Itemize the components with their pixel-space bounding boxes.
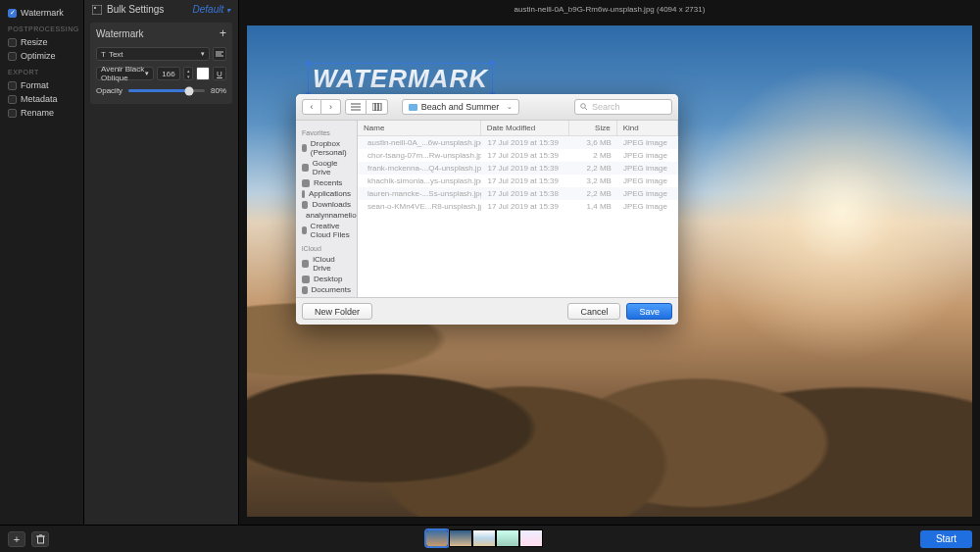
checkbox-icon[interactable] [8,95,17,104]
chevron-down-icon: ▾ [145,70,149,77]
save-dialog: ‹ › [296,94,678,325]
thumbnail-strip [425,529,543,549]
sidebar-item-label: Metadata [21,94,58,104]
thumbnail[interactable] [519,529,543,547]
opacity-slider[interactable] [128,89,205,92]
sidebar-item-applications[interactable]: Applications [302,188,351,199]
watermark-type-select[interactable]: TText ▾ [96,47,210,61]
documents-icon [302,286,308,294]
font-size-stepper[interactable]: ▴▾ [183,67,193,80]
col-size[interactable]: Size [569,121,616,135]
sidebar-item-label: Optimize [21,51,56,61]
chevron-down-icon: ▾ [201,50,205,58]
sidebar-item-documents[interactable]: Documents [302,284,351,295]
sidebar-item-home[interactable]: analynnamelio [302,210,351,221]
svg-point-11 [581,104,586,109]
bulk-settings-icon [92,5,102,15]
alignment-button[interactable] [213,47,226,61]
thumbnail[interactable] [472,529,496,547]
file-list: Name Date Modified Size Kind austin-neil… [358,121,678,297]
search-icon [580,103,588,111]
column-headers[interactable]: Name Date Modified Size Kind [358,121,678,136]
sidebar-item-format[interactable]: Format [8,78,75,92]
view-list-button[interactable] [345,99,367,115]
sidebar-item-resize[interactable]: Resize [8,35,75,49]
location-dropdown[interactable]: Beach and Summer ⌄ [402,99,519,115]
image-title-bar: austin-neill-0A_b9G-Rm6w-unsplash.jpg (4… [239,0,980,18]
settings-column: Bulk Settings Default ▾ Watermark + TTex… [84,0,239,525]
sidebar-item-dropbox[interactable]: Dropbox (Personal) [302,138,351,158]
save-button[interactable]: Save [626,303,672,320]
sidebar-item-googledrive[interactable]: Google Drive [302,158,351,177]
new-folder-button[interactable]: New Folder [302,303,372,320]
dialog-sidebar: Favorites Dropbox (Personal) Google Driv… [296,121,358,297]
sidebar-item-watermark[interactable]: ✓ Watermark [8,6,75,20]
table-row[interactable]: frank-mckenna-...Q4-unsplash.jpg17 Jul 2… [358,162,678,175]
watermark-selection-box[interactable]: WATERMARK [308,63,493,95]
sidebar-item-metadata[interactable]: Metadata [8,92,75,106]
svg-rect-0 [92,5,102,15]
dialog-toolbar: ‹ › [296,94,678,121]
sidebar-item-iclouddrive[interactable]: iCloud Drive [302,254,351,274]
thumbnail[interactable] [496,529,519,547]
cancel-button[interactable]: Cancel [567,303,620,320]
watermark-panel: Watermark + TText ▾ Avenir Black Oblique [90,23,232,104]
sidebar-item-rename[interactable]: Rename [8,106,75,120]
svg-rect-10 [378,103,381,111]
underline-button[interactable]: U [213,67,226,80]
desktop-icon [302,276,310,283]
recents-icon [302,179,310,187]
checkbox-icon[interactable] [8,81,17,90]
nav-back-button[interactable]: ‹ [302,99,321,115]
preset-dropdown[interactable]: Default ▾ [193,4,230,15]
checkbox-icon[interactable] [8,38,17,47]
folder-icon [409,104,417,111]
sidebar-item-recents[interactable]: Recents [302,177,351,188]
sidebar-item-downloads[interactable]: Downloads [302,199,351,210]
table-row[interactable]: austin-neill-0A_...6w-unsplash.jpg17 Jul… [358,136,678,149]
view-columns-button[interactable] [367,99,388,115]
thumbnail[interactable] [449,529,472,547]
table-row[interactable]: khachik-simonia...ys-unsplash.jpg17 Jul … [358,175,678,187]
font-size-input[interactable] [157,67,180,80]
sidebar-item-optimize[interactable]: Optimize [8,49,75,63]
checkbox-icon[interactable] [8,52,17,61]
col-date[interactable]: Date Modified [481,121,570,135]
thumbnail[interactable] [425,529,449,547]
sidebar-heading-export: EXPORT [8,69,75,75]
add-watermark-button[interactable]: + [220,26,226,40]
sidebar-item-desktop[interactable]: Desktop [302,274,351,284]
color-swatch[interactable] [196,67,210,80]
delete-images-button[interactable] [31,531,49,547]
module-sidebar: ✓ Watermark POSTPROCESSING Resize Optimi… [0,0,84,525]
svg-rect-13 [37,536,43,543]
sidebar-item-ccfiles[interactable]: Creative Cloud Files [302,221,351,240]
col-name[interactable]: Name [358,121,481,135]
opacity-value: 80% [211,86,226,95]
filename-label: austin-neill-0A_b9G-Rm6w-unsplash.jpg [514,5,655,14]
start-button[interactable]: Start [920,530,972,548]
preview-canvas[interactable]: WATERMARK ‹ › [239,18,980,525]
panel-title: Watermark [96,28,144,39]
checkbox-icon[interactable] [8,109,17,118]
search-field[interactable]: Search [574,99,672,115]
dimensions-label: (4094 x 2731) [657,5,705,14]
main-area: austin-neill-0A_b9G-Rm6w-unsplash.jpg (4… [239,0,980,525]
bottom-bar: + Start [0,525,980,552]
nav-forward-button[interactable]: › [321,99,341,115]
sidebar-item-label: Resize [21,37,48,47]
col-kind[interactable]: Kind [617,121,678,135]
font-select[interactable]: Avenir Black Oblique ▾ [96,67,154,80]
table-row[interactable]: chor-tsang-07m...Rw-unsplash.jpg17 Jul 2… [358,149,678,162]
app-window: ✓ Watermark POSTPROCESSING Resize Optimi… [0,0,980,552]
sidebar-item-label: Rename [21,108,54,118]
checkbox-icon[interactable]: ✓ [8,9,17,18]
opacity-label: Opacity [96,86,122,95]
svg-line-12 [585,108,587,110]
table-row[interactable]: sean-o-KMn4VE...R8-unsplash.jpg17 Jul 20… [358,200,678,213]
watermark-text[interactable]: WATERMARK [313,64,488,94]
add-images-button[interactable]: + [8,531,25,547]
sidebar-group-icloud: iCloud [302,245,351,252]
table-row[interactable]: lauren-mancke-...Ss-unsplash.jpg17 Jul 2… [358,187,678,200]
sidebar-group-favorites: Favorites [302,129,351,136]
